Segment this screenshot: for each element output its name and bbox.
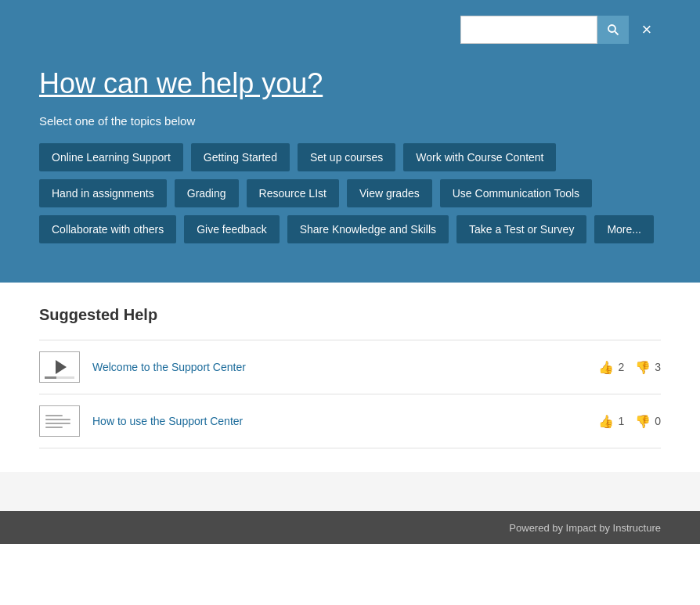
topic-button[interactable]: View grades bbox=[347, 179, 432, 207]
article-icon bbox=[39, 405, 80, 437]
topic-button[interactable]: Take a Test or Survey bbox=[456, 215, 586, 243]
topic-button[interactable]: Getting Started bbox=[191, 143, 290, 171]
search-button[interactable] bbox=[597, 16, 629, 44]
search-input[interactable] bbox=[460, 16, 597, 44]
topic-button[interactable]: Work with Course Content bbox=[403, 143, 556, 171]
thumbs-down-count: 👎 3 bbox=[635, 360, 661, 375]
topic-button[interactable]: Collaborate with others bbox=[39, 215, 176, 243]
thumbs-down-value: 3 bbox=[655, 361, 661, 373]
help-item: Welcome to the Support Center 👍 2 👎 3 bbox=[39, 340, 661, 394]
suggested-help-section: Suggested Help Welcome to the Support Ce… bbox=[0, 283, 700, 472]
thumbs-up-value: 1 bbox=[618, 415, 624, 427]
topic-button[interactable]: Give feedback bbox=[184, 215, 280, 243]
footer-dark: Powered by Impact by Instructure bbox=[0, 511, 700, 544]
help-item-text[interactable]: How to use the Support Center bbox=[92, 415, 598, 427]
help-item: How to use the Support Center 👍 1 👎 0 bbox=[39, 394, 661, 448]
svg-line-1 bbox=[615, 31, 618, 34]
article-line bbox=[45, 415, 63, 416]
page-title: How can we help you? bbox=[39, 67, 661, 100]
article-line bbox=[45, 423, 70, 424]
article-line bbox=[45, 427, 63, 428]
topic-button[interactable]: More... bbox=[594, 215, 654, 243]
play-icon bbox=[56, 360, 67, 374]
topic-button[interactable]: Share Knowledge and Skills bbox=[287, 215, 449, 243]
help-item-text[interactable]: Welcome to the Support Center bbox=[92, 361, 598, 373]
search-icon bbox=[607, 23, 619, 36]
close-button[interactable]: × bbox=[633, 16, 661, 44]
thumbs-down-count: 👎 0 bbox=[635, 414, 661, 429]
topic-button[interactable]: Set up courses bbox=[298, 143, 395, 171]
thumbs-down-icon: 👎 bbox=[635, 414, 651, 429]
thumbs-up-count: 👍 1 bbox=[598, 414, 624, 429]
topic-button[interactable]: Grading bbox=[175, 179, 239, 207]
topic-button[interactable]: Hand in assignments bbox=[39, 179, 167, 207]
help-votes: 👍 2 👎 3 bbox=[598, 360, 661, 375]
suggested-help-title: Suggested Help bbox=[39, 306, 661, 324]
footer-text: Powered by Impact by Instructure bbox=[509, 522, 661, 534]
article-line bbox=[45, 419, 70, 420]
thumbs-up-icon: 👍 bbox=[598, 360, 614, 375]
video-icon bbox=[39, 351, 80, 383]
topic-button[interactable]: Use Communication Tools bbox=[440, 179, 592, 207]
topic-button[interactable]: Resource LIst bbox=[247, 179, 339, 207]
help-votes: 👍 1 👎 0 bbox=[598, 414, 661, 429]
hero-section: × How can we help you? Select one of the… bbox=[0, 0, 700, 283]
thumbs-up-value: 2 bbox=[618, 361, 624, 373]
help-list: Welcome to the Support Center 👍 2 👎 3 bbox=[39, 340, 661, 448]
thumbs-down-icon: 👎 bbox=[635, 360, 651, 375]
close-icon: × bbox=[642, 20, 652, 40]
thumbs-down-value: 0 bbox=[655, 415, 661, 427]
thumbs-up-icon: 👍 bbox=[598, 414, 614, 429]
topic-button[interactable]: Online Learning Support bbox=[39, 143, 183, 171]
hero-subtitle: Select one of the topics below bbox=[39, 114, 661, 128]
footer-gray bbox=[0, 472, 700, 511]
search-bar: × bbox=[460, 16, 661, 44]
thumbs-up-count: 👍 2 bbox=[598, 360, 624, 375]
svg-point-0 bbox=[608, 25, 615, 32]
topics-container: Online Learning SupportGetting StartedSe… bbox=[39, 143, 661, 243]
